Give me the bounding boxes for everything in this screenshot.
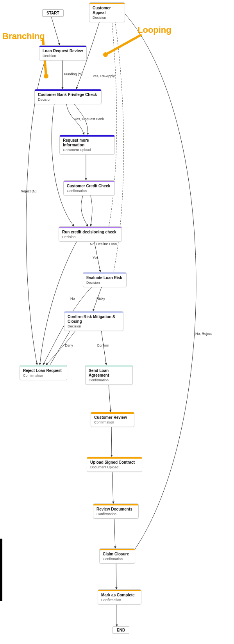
node-loan-review: Loan Request ReviewDecision: [39, 45, 87, 60]
node-run-decisioning: Run credit decisioning checkDecision: [59, 226, 122, 242]
svg-point-0: [44, 74, 48, 78]
label-noreject: No, Reject: [195, 332, 212, 336]
label-rejectn: Reject (N): [21, 189, 37, 193]
flow-canvas: START END Customer AppealDecision Loan R…: [0, 0, 234, 644]
node-customer-review: Customer ReviewConfirmation: [91, 412, 134, 427]
node-send-agreement: Send Loan AgreementConfirmation: [85, 365, 133, 385]
label-reqbank: Yes, Request Bank...: [74, 117, 107, 121]
label-decline: No, Decline Loan...: [90, 242, 120, 246]
node-request-info: Request more informationDocument Upload: [59, 135, 115, 155]
label-risky: Risky: [96, 297, 105, 301]
node-confirm-risk: Confirm Risk Mitigation & ClosingDecisio…: [64, 311, 123, 331]
label-confirm: Confirm: [97, 343, 109, 347]
svg-point-1: [103, 52, 108, 57]
label-yes: Yes: [93, 256, 98, 260]
node-reject: Reject Loan RequestConfirmation: [20, 365, 67, 380]
end-terminal: END: [113, 626, 129, 634]
annotation-looping: Looping: [138, 25, 171, 35]
node-review-docs: Review DocumentsConfirmation: [93, 503, 139, 519]
label-funding: Funding (Y): [64, 72, 82, 76]
node-customer-appeal: Customer AppealDecision: [89, 2, 125, 22]
label-deny: Deny: [65, 343, 73, 347]
label-no: No: [70, 297, 75, 301]
node-mark-complete: Mark as CompleteConfirmation: [98, 589, 141, 605]
left-black-strip: [0, 539, 2, 601]
node-credit-check: Customer Credit CheckConfirmation: [63, 180, 115, 196]
start-terminal: START: [42, 9, 64, 17]
node-evaluate-risk: Evaluate Loan RiskDecision: [83, 272, 127, 287]
label-reapply: Yes, Re-Apply: [93, 74, 115, 78]
node-claim-closure: Claim ClosureConfirmation: [99, 548, 135, 564]
node-privilege-check: Customer Bank Privilege CheckDecision: [34, 89, 102, 104]
annotation-branching: Branching: [2, 31, 45, 41]
node-upload-contract: Upload Signed ContractDocument Upload: [87, 457, 142, 472]
